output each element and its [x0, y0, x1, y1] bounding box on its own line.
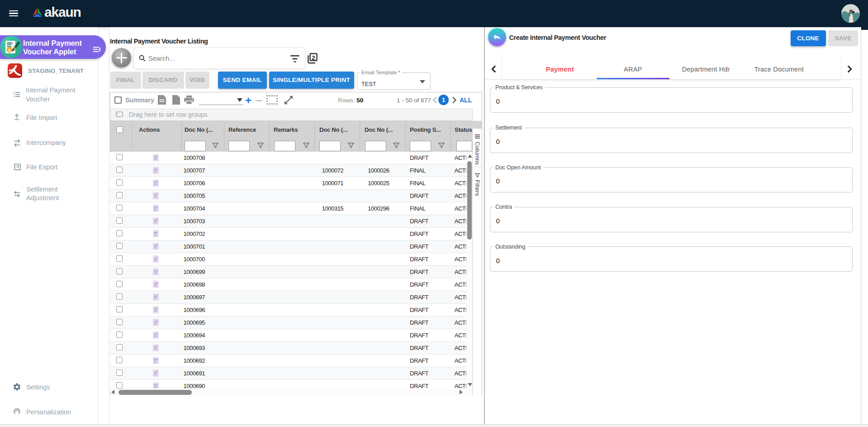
- svg-text:$: $: [8, 48, 10, 53]
